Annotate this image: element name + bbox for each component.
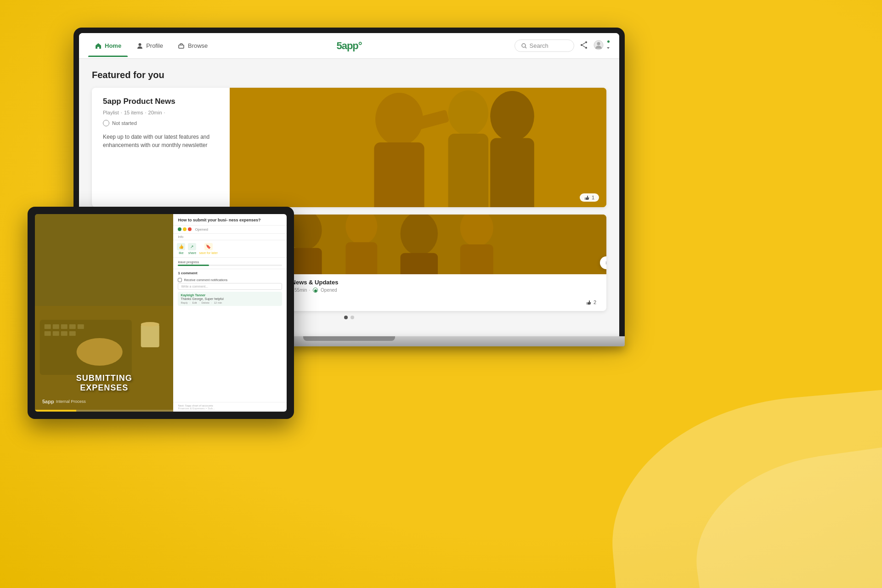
chevron-down-icon [606,46,610,50]
comment-notification-checkbox[interactable] [178,278,182,282]
featured-card[interactable]: 5app Product News Playlist · 15 items · … [92,88,606,207]
nav-profile-label: Profile [146,42,163,49]
laptop-notch [303,336,395,341]
video-progress-fill [35,410,76,412]
comment-time: 12 min [214,301,222,304]
tablet-comments-header: 1 comment [173,269,287,277]
nav-home[interactable]: Home [88,39,128,53]
card-status-label: Not started [112,120,137,126]
brand-logo: 5app [42,399,54,404]
brand-label: Internal Process [56,399,86,404]
card2-status: Opened [321,288,337,293]
comment-actions: Reply · Edit · Delete · 12 min [181,301,279,304]
status-circle [103,120,109,126]
tablet-status-row: Opened [173,226,287,234]
progress-bar-wrap [178,265,282,266]
comment-notification-label: Receive comment notifications [184,278,227,282]
briefcase-icon [178,42,185,50]
home-icon [95,42,102,50]
svg-line-8 [582,45,585,47]
logo-text: 5app° [336,40,362,51]
user-online-dot [607,40,610,43]
tablet-progress-section: leave progress [173,258,287,269]
progress-label: leave progress [178,260,282,264]
video-overlay-text: SUBMITTING EXPENSES [35,373,173,393]
nav-profile[interactable]: Profile [130,39,170,53]
card-title: 5app Product News [103,97,219,106]
nav-left-section: Home Profile [88,39,214,53]
svg-point-10 [597,42,600,45]
thumbs-up-icon [584,195,590,200]
thumbs-up-icon-2 [586,300,592,305]
share-label: share [188,251,197,254]
tablet-comment-input[interactable]: Write a comment... [178,283,282,290]
save-action-icon: 🔖 [204,243,213,250]
card-duration: 20min [148,110,162,115]
user-icon [136,42,143,50]
svg-rect-1 [179,45,184,48]
status-dot-red [188,227,192,231]
nav-browse[interactable]: Browse [171,39,214,53]
like-action-icon: 👍 [177,243,185,250]
card-meta: Playlist · 15 items · 20min · [103,110,219,115]
tablet-next-section: Next: 5app chart of accounts Finances & … [173,402,287,412]
like-badge[interactable]: 1 [580,193,599,202]
like-count: 1 [592,195,594,200]
svg-point-4 [585,41,587,43]
tablet-like-button[interactable]: 👍 like [177,243,185,254]
progress-bar-fill [178,265,209,266]
card-items: 15 items [124,110,143,115]
tablet-sidebar: How to submit your busi- ness expenses? … [173,214,287,412]
tablet-comment-item: Kayleigh Tanner Thanks George, Super hel… [178,292,282,306]
save-label: save for later [199,251,217,254]
video-title-line1: SUBMITTING [35,373,173,384]
svg-line-7 [582,43,585,45]
tablet-screen: SUBMITTING EXPENSES 5app Internal Proces… [35,214,287,412]
search-box[interactable]: Search [514,40,574,52]
share-button[interactable] [580,41,588,51]
tablet-content-title: How to submit your busi- ness expenses? [178,218,282,223]
card-small-title: 5app Internal News & Updates [253,279,600,286]
card-type: Playlist [103,110,119,115]
image-yellow-tint-right [246,215,606,274]
card-status: Not started [103,120,219,126]
delete-link[interactable]: Delete [201,301,209,304]
card2-duration: 55min [294,288,307,293]
svg-line-3 [525,47,526,48]
svg-point-0 [138,43,141,46]
tablet-status-label: Opened [195,227,208,232]
app-logo: 5app° [336,40,362,52]
card2-status-circle [313,288,318,293]
tablet-device: SUBMITTING EXPENSES 5app Internal Proces… [28,207,294,419]
tablet-comment-checkbox-row: Receive comment notifications [173,277,287,283]
card-small-image-right: i [246,215,606,274]
svg-point-5 [581,44,582,46]
card2-like-count: 2 [594,300,596,305]
svg-point-6 [585,47,587,49]
edit-link[interactable]: Edit [192,301,197,304]
share-icon [580,41,588,49]
dot-1[interactable] [344,316,348,319]
card-description: Keep up to date with our latest features… [103,133,219,149]
dot-2[interactable] [351,316,354,319]
tablet-info-section: Info [173,234,287,240]
card-text-section: 5app Product News Playlist · 15 items · … [92,88,230,207]
tablet-sidebar-header: How to submit your busi- ness expenses? [173,214,287,226]
video-progress-bar [35,410,173,412]
card-small-info-right: 5app Internal News & Updates Playlist · … [246,274,606,297]
user-menu-button[interactable] [594,40,610,52]
tablet-save-button[interactable]: 🔖 save for later [199,243,217,254]
video-title-line2: EXPENSES [35,383,173,393]
comment-text: Thanks George, Super helpful [181,297,279,300]
card-right[interactable]: i 5app Internal News & Updates Playlist … [246,215,606,311]
search-placeholder: Search [530,42,548,49]
image-yellow-tint [230,88,606,207]
nav-home-label: Home [105,42,121,49]
card2-like-badge[interactable]: 2 [582,298,601,306]
comment-placeholder: Write a comment... [181,285,208,288]
comment-author: Kayleigh Tanner [181,294,279,297]
next-breadcrumb: Finances & Expenses > Sub... [178,407,282,410]
like-label: like [179,251,184,254]
tablet-share-button[interactable]: ↗ share [188,243,196,254]
reply-link[interactable]: Reply [181,301,187,304]
